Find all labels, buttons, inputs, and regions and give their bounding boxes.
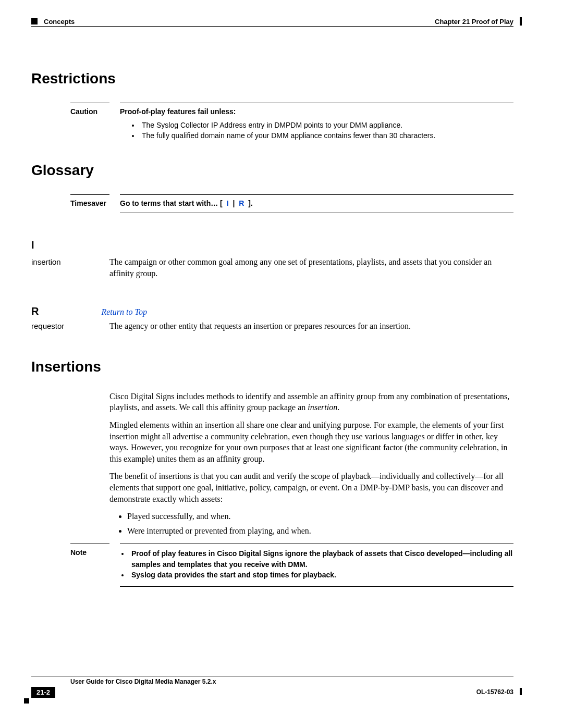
running-footer: User Guide for Cisco Digital Media Manag…	[31, 676, 513, 699]
page-number-badge: 21-2	[31, 687, 55, 698]
timesaver-lead: Go to terms that start with… [	[120, 199, 223, 207]
note-bullets: Proof of play features in Cisco Digital …	[120, 548, 513, 580]
timesaver-label: Timesaver	[70, 194, 109, 213]
footer-rule	[31, 676, 513, 676]
page: Concepts Chapter 21 Proof of Play Restri…	[0, 0, 563, 728]
note-bullet: Syslog data provides the start and stop …	[129, 570, 513, 580]
glossary-letter-i: I	[31, 239, 513, 251]
caution-label: Caution	[70, 103, 109, 141]
caution-block: Caution Proof-of-play features fail unle…	[70, 103, 513, 141]
heading-restrictions: Restrictions	[31, 70, 513, 87]
note-label: Note	[70, 544, 109, 587]
term-requestor: requestor	[31, 320, 109, 332]
def-insertion: The campaign or other common goal among …	[109, 256, 513, 280]
footer-guide-title: User Guide for Cisco Digital Media Manag…	[70, 678, 219, 685]
timesaver-sep: |	[232, 199, 237, 207]
insertions-p3: The benefit of insertions is that you ca…	[109, 471, 513, 504]
document-id: OL-15762-03	[476, 688, 513, 696]
header-left-text: Concepts	[44, 18, 75, 26]
glossary-letter-r: R	[31, 305, 39, 317]
caution-bullet: The Syslog Collector IP Address entry in…	[140, 120, 513, 130]
heading-glossary: Glossary	[31, 162, 513, 179]
caution-bullet: The fully qualified domain name of your …	[140, 130, 513, 141]
insertions-bullet: Were interrupted or prevented from playi…	[127, 525, 513, 537]
caution-bullets: The Syslog Collector IP Address entry in…	[120, 120, 513, 141]
goto-letter-r-link[interactable]: R	[239, 199, 244, 207]
header-marker-right	[520, 17, 522, 26]
note-bullet: Proof of play features in Cisco Digital …	[129, 548, 513, 570]
header-marker-left	[31, 18, 38, 24]
term-row: insertion The campaign or other common g…	[31, 256, 513, 280]
insertions-body: Cisco Digital Signs includes methods to …	[109, 391, 513, 537]
glossary-letter-r-row: R Return to Top	[31, 305, 513, 317]
note-block: Note Proof of play features in Cisco Dig…	[70, 544, 513, 587]
goto-letter-i-link[interactable]: I	[227, 199, 229, 207]
footer-marker-icon	[24, 698, 29, 704]
caution-lead: Proof-of-play features fail unless:	[120, 107, 236, 116]
p1-em: insertion	[308, 403, 337, 412]
insertions-bullet: Played successfully, and when.	[127, 511, 513, 522]
timesaver-body: Go to terms that start with… [ I | R ].	[120, 194, 513, 213]
insertions-p1: Cisco Digital Signs includes methods to …	[109, 391, 513, 413]
return-to-top-link[interactable]: Return to Top	[101, 307, 146, 317]
def-requestor: The agency or other entity that requests…	[109, 320, 513, 332]
header-right-text: Chapter 21 Proof of Play	[435, 18, 513, 26]
note-body: Proof of play features in Cisco Digital …	[120, 544, 513, 587]
term-row: requestor The agency or other entity tha…	[31, 320, 513, 332]
term-insertion: insertion	[31, 256, 109, 280]
p1-part-b: .	[337, 403, 339, 412]
header-rule	[31, 26, 513, 27]
insertions-bullets: Played successfully, and when. Were inte…	[109, 511, 513, 536]
running-header: Concepts Chapter 21 Proof of Play	[31, 18, 513, 34]
insertions-p2: Mingled elements within an insertion all…	[109, 419, 513, 464]
footer-bottom-row: 21-2 OL-15762-03	[31, 687, 513, 699]
caution-body: Proof-of-play features fail unless: The …	[120, 103, 513, 141]
heading-insertions: Insertions	[31, 359, 513, 375]
timesaver-block: Timesaver Go to terms that start with… […	[70, 194, 513, 213]
timesaver-tail: ].	[248, 199, 253, 207]
docid-marker-icon	[520, 688, 522, 695]
